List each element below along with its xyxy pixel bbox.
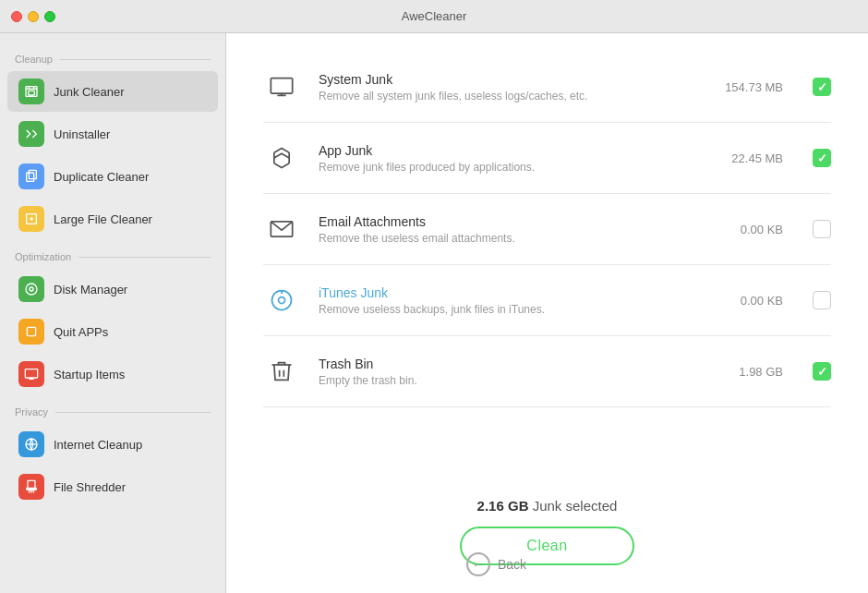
sidebar-item-quit-apps[interactable]: Quit APPs — [7, 311, 218, 352]
trash-bin-size: 1.98 GB — [709, 365, 783, 379]
app-junk-icon — [263, 139, 300, 176]
sidebar-item-internet-cleanup[interactable]: Internet Cleanup — [7, 424, 218, 465]
system-junk-size: 154.73 MB — [709, 80, 783, 94]
maximize-button[interactable] — [44, 11, 55, 22]
svg-rect-5 — [27, 173, 34, 181]
itunes-junk-icon — [263, 282, 300, 319]
svg-rect-6 — [29, 170, 36, 178]
junk-list: System JunkRemove all system junk files,… — [263, 52, 831, 479]
duplicate-icon — [18, 163, 44, 189]
sidebar-item-junk-cleaner[interactable]: Junk Cleaner — [7, 71, 218, 112]
app-title: AweCleaner — [402, 9, 467, 23]
junk-item-system-junk: System JunkRemove all system junk files,… — [263, 52, 831, 123]
itunes-junk-checkbox[interactable] — [813, 291, 831, 309]
sidebar-item-label-quit-apps: Quit APPs — [54, 325, 108, 339]
svg-line-20 — [29, 490, 30, 493]
sidebar-section-cleanup: Cleanup — [0, 42, 225, 70]
junk-total-amount: 2.16 GB — [477, 498, 533, 514]
email-attachments-desc: Remove the useless email attachments. — [319, 232, 691, 245]
junk-item-trash-bin: Trash BinEmpty the trash bin.1.98 GB — [263, 336, 831, 407]
email-attachments-title: Email Attachments — [319, 214, 691, 229]
email-attachments-checkbox[interactable] — [813, 220, 831, 238]
disk-icon — [18, 276, 44, 302]
junk-item-app-junk: App JunkRemove junk files produced by ap… — [263, 123, 831, 194]
system-junk-icon — [263, 68, 300, 105]
app-junk-title: App Junk — [319, 143, 691, 158]
main-container: CleanupJunk CleanerUninstallerDuplicate … — [0, 33, 868, 593]
content-footer: 2.16 GB Junk selected Clean — [263, 479, 831, 575]
sidebar-item-disk-manager[interactable]: Disk Manager — [7, 269, 218, 309]
sidebar-item-startup-items[interactable]: Startup Items — [7, 354, 218, 394]
system-junk-title: System Junk — [319, 72, 691, 87]
trash-bin-desc: Empty the trash bin. — [319, 374, 691, 387]
app-junk-checkbox[interactable] — [813, 149, 831, 167]
email-attachments-icon — [263, 211, 300, 248]
itunes-junk-desc: Remove useless backups, junk files in iT… — [319, 303, 691, 316]
app-junk-desc: Remove junk files produced by applicatio… — [319, 161, 691, 174]
sidebar-item-label-file-shredder: File Shredder — [54, 480, 126, 494]
svg-rect-13 — [25, 369, 37, 378]
trash-bin-icon — [263, 353, 300, 390]
svg-rect-4 — [29, 91, 35, 95]
junk-item-email-attachments: Email AttachmentsRemove the useless emai… — [263, 194, 831, 265]
svg-point-10 — [26, 284, 37, 295]
junk-total-text: 2.16 GB Junk selected — [477, 498, 618, 514]
sidebar-section-privacy: Privacy — [0, 395, 225, 423]
shredder-icon — [18, 474, 44, 500]
sidebar-section-optimization: Optimization — [0, 240, 225, 268]
content-area: System JunkRemove all system junk files,… — [226, 33, 868, 593]
sidebar-item-uninstaller[interactable]: Uninstaller — [7, 114, 218, 154]
sidebar-item-label-large-file-cleaner: Large File Cleaner — [54, 212, 152, 226]
trash-bin-info: Trash BinEmpty the trash bin. — [319, 357, 691, 387]
app-junk-size: 22.45 MB — [709, 151, 783, 165]
back-label: Back — [498, 557, 526, 572]
junk-item-itunes-junk: iTunes JunkRemove useless backups, junk … — [263, 265, 831, 336]
system-junk-desc: Remove all system junk files, useless lo… — [319, 90, 691, 103]
itunes-junk-title: iTunes Junk — [319, 285, 691, 300]
svg-point-30 — [279, 297, 285, 304]
svg-rect-12 — [27, 327, 35, 335]
sidebar-item-label-startup-items: Startup Items — [54, 368, 125, 381]
sidebar-item-label-uninstaller: Uninstaller — [54, 127, 110, 141]
sidebar: CleanupJunk CleanerUninstallerDuplicate … — [0, 33, 226, 593]
junk-icon — [18, 79, 44, 104]
content-wrapper: System JunkRemove all system junk files,… — [226, 33, 868, 593]
trash-bin-checkbox[interactable] — [813, 362, 831, 381]
minimize-button[interactable] — [28, 11, 39, 22]
itunes-junk-info: iTunes JunkRemove useless backups, junk … — [319, 285, 691, 316]
itunes-junk-size: 0.00 KB — [709, 294, 783, 308]
startup-icon — [18, 361, 44, 387]
sidebar-item-large-file-cleaner[interactable]: Large File Cleaner — [7, 199, 218, 239]
uninstaller-icon — [18, 121, 44, 147]
email-attachments-info: Email AttachmentsRemove the useless emai… — [319, 214, 691, 245]
close-button[interactable] — [11, 11, 22, 22]
svg-rect-23 — [271, 79, 292, 93]
traffic-lights — [11, 11, 55, 22]
title-bar: AweCleaner — [0, 0, 868, 33]
sidebar-item-label-junk-cleaner: Junk Cleaner — [54, 85, 125, 99]
svg-line-22 — [33, 490, 34, 493]
sidebar-item-duplicate-cleaner[interactable]: Duplicate Cleaner — [7, 156, 218, 197]
back-button[interactable]: ← Back — [466, 552, 526, 576]
sidebar-item-label-duplicate-cleaner: Duplicate Cleaner — [54, 170, 149, 184]
sidebar-item-label-internet-cleanup: Internet Cleanup — [54, 438, 142, 452]
junk-total-label: Junk selected — [533, 498, 618, 514]
sidebar-item-label-disk-manager: Disk Manager — [54, 283, 127, 296]
system-junk-checkbox[interactable] — [813, 78, 831, 96]
svg-point-11 — [30, 287, 33, 291]
quit-icon — [18, 319, 44, 345]
largefile-icon — [18, 206, 44, 232]
internet-icon — [18, 431, 44, 457]
app-junk-info: App JunkRemove junk files produced by ap… — [319, 143, 691, 174]
sidebar-item-file-shredder[interactable]: File Shredder — [7, 466, 218, 507]
email-attachments-size: 0.00 KB — [709, 223, 783, 236]
system-junk-info: System JunkRemove all system junk files,… — [319, 72, 691, 103]
back-arrow-icon: ← — [466, 552, 490, 576]
trash-bin-title: Trash Bin — [319, 357, 691, 371]
